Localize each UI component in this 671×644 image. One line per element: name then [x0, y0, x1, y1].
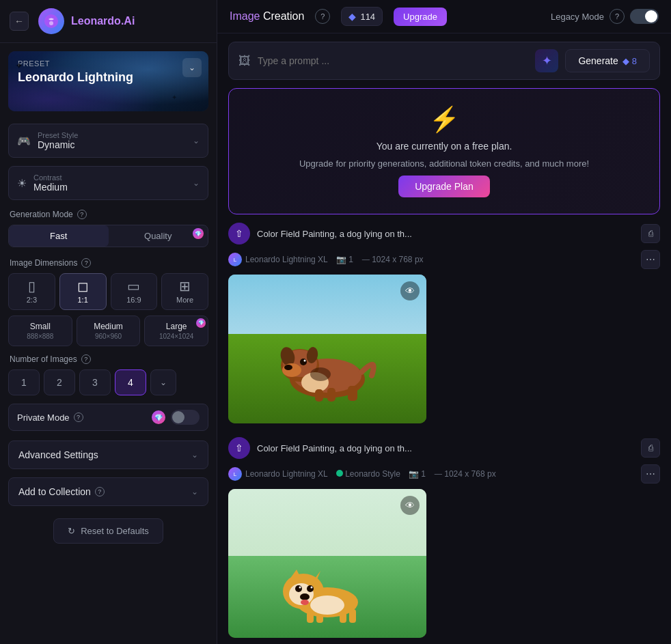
size-medium-button[interactable]: Medium 960×960	[77, 316, 141, 346]
logo-avatar	[38, 8, 64, 34]
num-3-button[interactable]: 3	[79, 369, 111, 395]
size-small-button[interactable]: Small 888×888	[8, 316, 72, 346]
dim-16-9-button[interactable]: ▭ 16:9	[111, 273, 158, 310]
style-dot	[336, 470, 343, 477]
dim-2-3-button[interactable]: ▯ 2:3	[8, 273, 55, 310]
svg-point-28	[300, 593, 310, 600]
advanced-settings-header[interactable]: Advanced Settings ⌄	[9, 441, 208, 468]
sparkle-icon: ✦	[542, 53, 552, 68]
num-dropdown-button[interactable]: ⌄	[150, 369, 176, 395]
svg-rect-30	[307, 612, 314, 623]
enhance-button[interactable]: ✦	[535, 49, 558, 72]
advanced-settings-accordion: Advanced Settings ⌄	[8, 440, 208, 469]
generate-label: Generate	[578, 55, 618, 66]
preset-style-value: Dynamic	[38, 139, 186, 150]
result-2-copy-button[interactable]: ⎙	[641, 438, 660, 458]
svg-rect-17	[348, 386, 357, 401]
private-mode-label: Private Mode	[17, 412, 70, 423]
contrast-field[interactable]: ☀ Contrast Medium ⌄	[8, 166, 208, 200]
result-2-eye-button[interactable]: 👁	[400, 496, 420, 515]
result-1-image: 👁	[228, 275, 426, 423]
result-2-header: ⇧ Color Field Painting, a dog lying on t…	[228, 437, 660, 459]
result-1-prompt: Color Field Painting, a dog lying on th.…	[257, 229, 634, 239]
result-1-more-button[interactable]: ⋯	[641, 250, 660, 269]
nav-title: Image Creation	[230, 10, 304, 23]
result-2-model-name: Leonardo Lightning XL	[245, 469, 328, 479]
add-to-collection-header[interactable]: Add to Collection ? ⌄	[9, 478, 208, 505]
private-mode-help[interactable]: ?	[74, 412, 83, 422]
back-button[interactable]: ←	[10, 12, 29, 31]
upgrade-button[interactable]: Upgrade	[394, 8, 447, 26]
main-content: Image Creation ? ◆ 114 Upgrade Legacy Mo…	[217, 0, 671, 644]
results-area: ⇧ Color Field Painting, a dog lying on t…	[217, 223, 671, 644]
result-1-eye-button[interactable]: 👁	[400, 281, 420, 300]
result-2-more-button[interactable]: ⋯	[641, 464, 660, 484]
reset-defaults-button[interactable]: ↻ Reset to Defaults	[53, 518, 163, 544]
result-1-model: L Leonardo Lightning XL	[228, 253, 328, 266]
image-dimensions-help[interactable]: ?	[81, 258, 91, 268]
result-2-upscale-button[interactable]: ⇧	[228, 437, 250, 459]
quality-premium-badge: 💎	[193, 228, 204, 239]
num-images-help[interactable]: ?	[81, 354, 91, 364]
num-1-button[interactable]: 1	[8, 369, 40, 395]
reset-icon: ↻	[68, 526, 75, 536]
banner-upgrade-button[interactable]: Upgrade Plan	[398, 176, 490, 197]
num-images-grid: 1 2 3 4 ⌄	[8, 369, 208, 395]
num-2-button[interactable]: 2	[44, 369, 75, 395]
dim-1-1-button[interactable]: ◻ 1:1	[59, 273, 107, 310]
token-count: 114	[360, 12, 375, 22]
contrast-value: Medium	[33, 182, 186, 193]
legacy-mode-row: Legacy Mode ?	[551, 9, 659, 24]
preset-style-icon: 🎮	[17, 135, 31, 148]
dimension-ratio-grid: ▯ 2:3 ◻ 1:1 ▭ 16:9 ⊞ More	[8, 273, 208, 310]
sidebar: ← Leonardo.Ai Preset Leonardo	[0, 0, 217, 644]
legacy-mode-toggle[interactable]	[630, 9, 659, 24]
result-2-style: Leonardo Style	[336, 469, 400, 479]
nav-help-button[interactable]: ?	[315, 9, 330, 24]
generation-mode-toggle: Fast Quality 💎	[8, 225, 208, 247]
image-dimensions-section: Image Dimensions ?	[0, 253, 217, 270]
mode-fast-button[interactable]: Fast	[9, 225, 109, 247]
result-item-2: ⇧ Color Field Painting, a dog lying on t…	[228, 437, 660, 638]
svg-point-13	[304, 360, 306, 362]
svg-point-25	[299, 587, 301, 589]
sidebar-header: ← Leonardo.Ai	[0, 0, 217, 43]
preset-dropdown-button[interactable]: ⌄	[182, 58, 202, 77]
result-1-copy-button[interactable]: ⎙	[641, 224, 660, 243]
num-4-button[interactable]: 4	[115, 369, 146, 395]
contrast-chevron: ⌄	[193, 178, 200, 188]
svg-point-27	[311, 587, 313, 589]
result-1-upscale-button[interactable]: ⇧	[228, 223, 250, 244]
token-icon: ◆	[348, 11, 356, 22]
legacy-mode-help[interactable]: ?	[610, 9, 625, 24]
contrast-icon: ☀	[17, 177, 27, 190]
result-2-image: 👁	[228, 489, 426, 638]
banner-title: You are currently on a free plan.	[376, 141, 512, 152]
svg-point-11	[284, 365, 292, 370]
svg-rect-32	[340, 609, 346, 623]
preset-style-field[interactable]: 🎮 Preset Style Dynamic ⌄	[8, 124, 208, 158]
advanced-settings-title: Advanced Settings	[18, 449, 98, 460]
prompt-input[interactable]	[258, 55, 528, 66]
logo-title: Leonardo.Ai	[71, 15, 135, 27]
generation-mode-help[interactable]: ?	[77, 210, 87, 219]
dim-more-button[interactable]: ⊞ More	[161, 273, 208, 310]
advanced-settings-chevron: ⌄	[191, 450, 198, 460]
generate-button[interactable]: Generate ◆ 8	[565, 49, 650, 72]
mode-quality-button[interactable]: Quality 💎	[109, 225, 208, 247]
svg-rect-33	[349, 609, 356, 623]
preset-style-label: Preset Style	[38, 131, 186, 139]
image-dimensions-label: Image Dimensions	[10, 258, 77, 268]
result-2-meta: L Leonardo Lightning XL Leonardo Style 📷…	[228, 464, 660, 484]
contrast-label: Contrast	[33, 173, 186, 182]
result-2-prompt: Color Field Painting, a dog lying on th.…	[257, 443, 634, 453]
add-to-collection-accordion: Add to Collection ? ⌄	[8, 477, 208, 506]
svg-point-1	[49, 21, 53, 25]
private-mode-knob	[172, 411, 184, 423]
private-mode-row: Private Mode ? 💎	[8, 404, 208, 431]
size-large-button[interactable]: 💎 Large 1024×1024	[144, 316, 208, 346]
preset-card[interactable]: Preset Leonardo Lightning ⌄ ✦ ✦	[8, 51, 208, 111]
add-to-collection-help[interactable]: ?	[95, 487, 105, 496]
private-mode-toggle[interactable]	[171, 410, 200, 425]
svg-text:✦: ✦	[172, 94, 177, 101]
